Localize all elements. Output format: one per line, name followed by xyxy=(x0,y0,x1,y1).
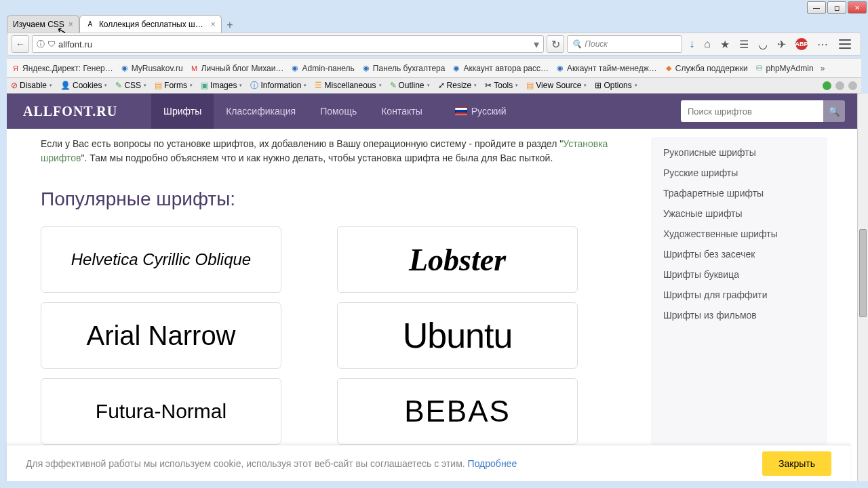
dev-tools[interactable]: ✂Tools xyxy=(485,81,518,90)
dev-disable[interactable]: ⊘Disable xyxy=(11,81,52,90)
back-button[interactable]: ← xyxy=(12,35,29,53)
cookie-banner: Для эффективной работы мы используем coo… xyxy=(7,445,850,481)
sidebar-item[interactable]: Рукописные шрифты xyxy=(651,142,827,163)
tab-title: Коллекция бесплатных шр… xyxy=(99,20,207,29)
toolbar-icons: ↓ ⌂ ★ ☰ ◡ ✈ ABP ⋯ xyxy=(685,37,856,51)
dev-misc[interactable]: ☰Miscellaneous xyxy=(315,81,381,90)
nav-contacts[interactable]: Контакты xyxy=(369,94,434,129)
bookmarks-bar: ЯЯндекс.Директ: Генер… ◉MyRusakov.ru МЛи… xyxy=(7,58,861,77)
overflow-icon[interactable]: ⋯ xyxy=(817,38,828,51)
dev-forms[interactable]: ▤Forms xyxy=(155,81,193,90)
tab-title: Изучаем CSS xyxy=(13,20,64,29)
sidebar: Рукописные шрифты Русские шрифты Трафаре… xyxy=(651,137,827,445)
font-card[interactable]: Lobster xyxy=(337,226,578,293)
language-selector[interactable]: Русский xyxy=(455,106,507,117)
status-dot-grey2[interactable] xyxy=(848,81,857,90)
developer-toolbar: ⊘Disable 👤Cookies ✎CSS ▤Forms ▣Images ⓘI… xyxy=(7,77,861,94)
dev-view-source[interactable]: ▤View Source xyxy=(526,81,587,90)
site-nav: Шрифты Классификация Помощь Контакты xyxy=(151,94,435,129)
address-bar[interactable]: ⓘ 🛡 ▾ xyxy=(32,35,544,53)
url-bar: ← ⓘ 🛡 ▾ ↻ 🔍 Поиск ↓ ⌂ ★ ☰ ◡ ✈ ABP ⋯ xyxy=(7,33,861,56)
sidebar-item[interactable]: Шрифты без засечек xyxy=(651,244,827,264)
close-button[interactable]: ✕ xyxy=(848,1,867,14)
intro-paragraph: Если у Вас есть вопросы по установке шри… xyxy=(41,137,624,165)
scrollbar[interactable] xyxy=(857,94,868,481)
bookmark-star-icon[interactable]: ★ xyxy=(720,38,730,51)
font-card[interactable]: Helvetica Cyrillic Oblique xyxy=(41,226,281,293)
search-placeholder: Поиск xyxy=(585,39,608,49)
dev-cookies[interactable]: 👤Cookies xyxy=(60,81,107,90)
bookmark-item[interactable]: ⛁phpMyAdmin xyxy=(755,64,814,73)
reading-list-icon[interactable]: ☰ xyxy=(739,38,749,51)
site-info-icon[interactable]: ⓘ xyxy=(37,39,45,50)
sidebar-item[interactable]: Художественные шрифты xyxy=(651,224,827,244)
minimize-button[interactable]: — xyxy=(807,1,826,14)
site-header: ALLFONT.RU Шрифты Классификация Помощь К… xyxy=(7,94,861,129)
site-search-button[interactable]: 🔍 xyxy=(823,100,845,122)
download-icon[interactable]: ↓ xyxy=(689,38,694,50)
dev-images[interactable]: ▣Images xyxy=(201,81,242,90)
font-card[interactable]: BEBAS xyxy=(337,378,578,445)
reload-button[interactable]: ↻ xyxy=(547,35,564,53)
pocket-icon[interactable]: ◡ xyxy=(758,38,768,51)
sidebar-item[interactable]: Русские шрифты xyxy=(651,163,827,183)
font-card[interactable]: Ubuntu xyxy=(337,302,578,369)
maximize-button[interactable]: ◻ xyxy=(827,1,846,14)
search-icon: 🔍 xyxy=(572,39,582,49)
menu-button[interactable] xyxy=(837,37,852,51)
dropdown-icon[interactable]: ▾ xyxy=(534,38,539,51)
new-tab-button[interactable]: + xyxy=(222,18,238,33)
main-content: Если у Вас есть вопросы по установке шри… xyxy=(41,137,624,445)
sidebar-item[interactable]: Шрифты для граффити xyxy=(651,285,827,305)
sidebar-item[interactable]: Шрифты буквица xyxy=(651,264,827,285)
status-dot-grey[interactable] xyxy=(835,81,844,90)
tab-1[interactable]: Изучаем CSS × xyxy=(7,15,79,33)
sidebar-item[interactable]: Шрифты из фильмов xyxy=(651,305,827,325)
home-icon[interactable]: ⌂ xyxy=(704,38,711,50)
font-card[interactable]: Futura-Normal xyxy=(41,378,281,445)
bookmarks-overflow[interactable]: » xyxy=(821,64,825,73)
site-search: 🔍 xyxy=(681,100,845,122)
site-search-input[interactable] xyxy=(681,100,823,122)
nav-classification[interactable]: Классификация xyxy=(214,94,308,129)
send-icon[interactable]: ✈ xyxy=(777,38,786,51)
dev-css[interactable]: ✎CSS xyxy=(115,81,146,90)
dev-outline[interactable]: ✎Outline xyxy=(390,81,430,90)
scroll-thumb[interactable] xyxy=(859,229,867,317)
cookie-close-button[interactable]: Закрыть xyxy=(762,451,831,476)
bookmark-item[interactable]: МЛичный блог Михаи… xyxy=(190,64,284,73)
status-dot-green[interactable] xyxy=(823,81,831,90)
sidebar-item[interactable]: Трафаретные шрифты xyxy=(651,183,827,203)
font-card[interactable]: Arial Narrow xyxy=(41,302,281,369)
nav-help[interactable]: Помощь xyxy=(308,94,369,129)
favicon-icon: A xyxy=(85,20,95,29)
tab-strip: Изучаем CSS × A Коллекция бесплатных шр…… xyxy=(7,14,861,33)
nav-fonts[interactable]: Шрифты xyxy=(151,94,214,129)
dev-resize[interactable]: ⤢Resize xyxy=(438,81,477,90)
close-icon[interactable]: × xyxy=(68,20,73,29)
abp-icon[interactable]: ABP xyxy=(795,38,808,50)
site-logo[interactable]: ALLFONT.RU xyxy=(23,104,117,119)
popular-fonts-heading: Популярные шрифты: xyxy=(41,188,624,210)
page-content: ALLFONT.RU Шрифты Классификация Помощь К… xyxy=(7,94,861,481)
bookmark-item[interactable]: ◉Панель бухгалтера xyxy=(361,64,446,73)
bookmark-item[interactable]: ◉Аккаунт автора расс… xyxy=(452,64,549,73)
font-grid: Helvetica Cyrillic Oblique Lobster Arial… xyxy=(41,226,624,445)
flag-icon xyxy=(455,107,467,115)
bookmark-item[interactable]: ◉MyRusakov.ru xyxy=(120,64,183,73)
window-controls: — ◻ ✕ xyxy=(806,0,868,15)
bookmark-item[interactable]: ◉Аккаунт тайм-менедж… xyxy=(555,64,657,73)
bookmark-item[interactable]: ◆Служба поддержки xyxy=(664,64,748,73)
cookie-link[interactable]: Подробнее xyxy=(468,458,517,469)
bookmark-item[interactable]: ЯЯндекс.Директ: Генер… xyxy=(11,64,113,73)
bookmark-item[interactable]: ◉Admin-панель xyxy=(290,64,354,73)
url-input[interactable] xyxy=(58,39,531,49)
dev-options[interactable]: ⊞Options xyxy=(595,81,637,90)
cookie-text: Для эффективной работы мы используем coo… xyxy=(26,458,517,469)
browser-search[interactable]: 🔍 Поиск xyxy=(567,35,682,53)
shield-icon[interactable]: 🛡 xyxy=(47,39,56,49)
tab-2[interactable]: A Коллекция бесплатных шр… × xyxy=(79,15,222,33)
dev-information[interactable]: ⓘInformation xyxy=(250,80,307,92)
close-icon[interactable]: × xyxy=(211,20,216,29)
sidebar-item[interactable]: Ужасные шрифты xyxy=(651,203,827,224)
